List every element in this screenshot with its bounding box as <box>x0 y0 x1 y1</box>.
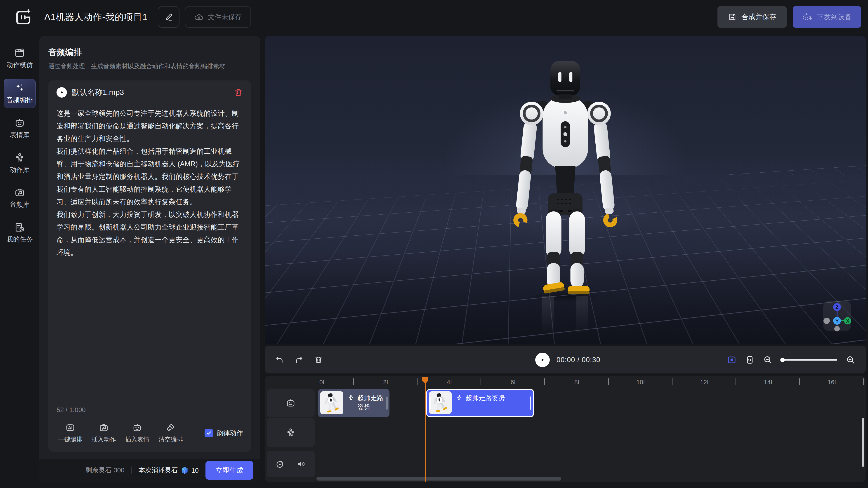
motion-clip[interactable]: 超帅走路姿势 <box>318 389 390 417</box>
clip-trim-handle-left[interactable] <box>320 396 321 410</box>
svg-text:X: X <box>846 318 849 324</box>
ruler-label: 4f <box>447 379 452 386</box>
delete-audio-button[interactable] <box>234 88 243 97</box>
range-select-button[interactable] <box>745 355 754 365</box>
ruler-label: 14f <box>764 379 772 386</box>
unsaved-status-badge: 文件未保存 <box>185 6 251 28</box>
robot-face-icon <box>286 398 296 408</box>
check-icon <box>206 430 212 436</box>
clear-arrange-button[interactable]: 清空编排 <box>157 423 184 444</box>
one-click-arrange-button[interactable]: 一键编排 <box>57 423 84 444</box>
sidebar-item-motion-library[interactable]: 动作库 <box>4 149 36 177</box>
panel-title: 音频编排 <box>49 47 251 58</box>
slider-knob[interactable] <box>780 358 785 362</box>
ruler-label: 6f <box>510 379 516 386</box>
rhythm-checkbox[interactable] <box>205 429 213 437</box>
clip-label: 超帅走路姿势 <box>466 394 505 402</box>
clip-trim-handle-left[interactable] <box>429 396 431 410</box>
track-header-audio[interactable] <box>267 451 315 477</box>
motion-clip-selected[interactable]: 超帅走路姿势 <box>426 389 534 417</box>
brush-icon <box>166 423 176 433</box>
vertical-scrollbar[interactable] <box>862 418 864 467</box>
tasks-icon <box>14 222 25 233</box>
rhythm-disc-icon <box>275 459 285 469</box>
audio-filename: 默认名称1.mp3 <box>72 87 228 98</box>
zoom-out-button[interactable] <box>763 355 773 365</box>
walking-icon <box>455 394 463 401</box>
track-header-expression[interactable] <box>267 389 315 417</box>
humanoid-robot-model[interactable] <box>506 55 624 298</box>
pencil-icon <box>164 12 173 22</box>
ruler-label: 2f <box>383 379 388 386</box>
remaining-stones-label: 剩余灵石 300 <box>86 466 124 475</box>
rename-project-button[interactable] <box>158 6 180 28</box>
ruler-label: 0f <box>319 379 324 386</box>
svg-text:Z: Z <box>835 304 838 310</box>
clip-label: 超帅走路姿势 <box>358 394 387 412</box>
clip-thumbnail <box>320 391 343 414</box>
delete-clip-button[interactable] <box>314 356 323 364</box>
timecode: 00:00 / 00:30 <box>557 356 600 364</box>
sidebar-item-audio-arrange[interactable]: 音频编排 <box>4 78 36 108</box>
panel-footer: 剩余灵石 300 本次消耗灵石 10 立即生成 <box>39 459 260 482</box>
clip-thumbnail <box>429 391 452 414</box>
cloud-x-icon <box>194 12 204 22</box>
audio-arrange-panel: 音频编排 通过音频处理，生成音频素材以及融合动作和表情的音频编排素材 默认名称1… <box>39 36 260 482</box>
deploy-to-device-button[interactable]: 下发到设备 <box>793 6 861 28</box>
track-header-motion[interactable] <box>267 418 315 447</box>
sidebar-nav: 动作模仿 音频编排 表情库 动作库 音频库 我的任务 <box>0 34 39 253</box>
clip-trim-handle-right[interactable] <box>386 396 388 410</box>
script-paragraph: 我们致力于创新，大力投资于研发，以突破人机协作和机器学习的界限。创新机器人公司助… <box>57 208 243 259</box>
walking-icon <box>347 394 354 401</box>
person-icon <box>14 152 25 163</box>
robot-download-icon <box>802 12 813 22</box>
ruler-label: 10f <box>636 379 645 386</box>
redo-button[interactable] <box>295 356 303 364</box>
person-icon <box>286 428 296 437</box>
play-button[interactable] <box>535 353 550 367</box>
timeline[interactable]: 0f 2f 4f 6f 8f 10f 12f 14f 16f <box>265 376 866 482</box>
ai-icon <box>65 423 75 433</box>
ruler-label: 16f <box>828 379 836 386</box>
unsaved-status-label: 文件未保存 <box>208 12 242 22</box>
app-logo-icon <box>13 8 33 26</box>
music-box-icon <box>14 187 25 198</box>
sidebar-item-my-tasks[interactable]: 我的任务 <box>4 218 36 247</box>
svg-text:Y: Y <box>835 318 839 324</box>
char-count: 52 / 1,000 <box>57 406 243 414</box>
rhythm-motion-toggle[interactable]: 韵律动作 <box>205 429 243 437</box>
save-button[interactable]: 合成并保存 <box>717 6 787 28</box>
insert-motion-button[interactable]: 插入动作 <box>90 423 118 444</box>
axis-neg-x[interactable] <box>824 318 830 324</box>
insert-expression-button[interactable]: 插入表情 <box>123 423 151 444</box>
sparkles-icon <box>14 83 25 93</box>
deploy-button-label: 下发到设备 <box>817 12 852 22</box>
sidebar-item-expression-library[interactable]: 表情库 <box>4 114 36 143</box>
clip-trim-handle-right[interactable] <box>530 396 531 410</box>
axis-gizmo[interactable]: Z Y X <box>823 300 852 332</box>
3d-viewport[interactable]: Z Y X <box>265 36 866 344</box>
playhead[interactable] <box>425 377 426 482</box>
project-title: A1机器人动作-我的项目1 <box>44 11 148 23</box>
save-icon <box>728 12 737 22</box>
gem-icon <box>181 466 189 475</box>
top-bar: A1机器人动作-我的项目1 文件未保存 合成并保存 下发到设备 <box>0 0 868 34</box>
fit-timeline-button[interactable] <box>727 355 737 365</box>
audio-clip-card: 默认名称1.mp3 这是一家全球领先的公司专注于先进机器人系统的设计、制造和部署… <box>49 80 251 452</box>
playback-bar: 00:00 / 00:30 <box>265 346 866 373</box>
music-box-icon <box>99 423 109 433</box>
zoom-in-button[interactable] <box>846 355 855 365</box>
timeline-zoom-slider[interactable] <box>781 359 837 361</box>
robot-face-icon <box>132 423 142 433</box>
ruler-label: 12f <box>700 379 709 386</box>
sidebar-item-motion-mimic[interactable]: 动作模仿 <box>4 44 36 73</box>
play-icon <box>59 90 64 95</box>
clapperboard-icon <box>14 47 25 58</box>
script-text-area[interactable]: 这是一家全球领先的公司专注于先进机器人系统的设计、制造和部署我们的使命是通过智能… <box>57 107 243 406</box>
generate-now-button[interactable]: 立即生成 <box>206 461 253 480</box>
horizontal-scrollbar[interactable] <box>316 477 561 481</box>
undo-button[interactable] <box>275 356 284 364</box>
axis-neg-z[interactable] <box>834 326 840 331</box>
sidebar-item-audio-library[interactable]: 音频库 <box>4 184 36 213</box>
audio-play-button[interactable] <box>57 87 67 98</box>
